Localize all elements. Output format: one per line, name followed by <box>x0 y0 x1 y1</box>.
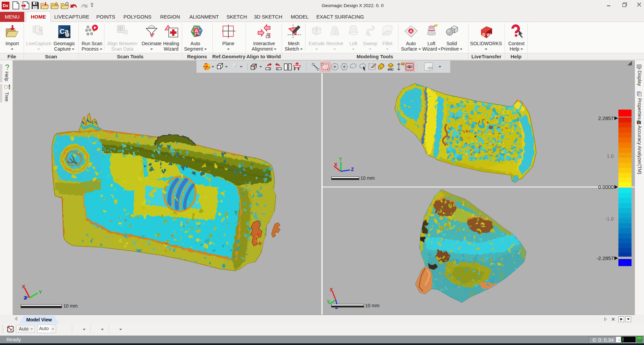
svg-text:10 mm: 10 mm <box>63 303 78 309</box>
svg-text:A: A <box>195 28 198 33</box>
svg-text:X: X <box>330 287 333 292</box>
svg-text:Z: Z <box>351 167 354 172</box>
svg-text:X: X <box>22 284 25 289</box>
svg-text:X: X <box>334 162 337 167</box>
svg-text:Dx: Dx <box>3 3 8 8</box>
svg-text:10 mm: 10 mm <box>365 303 380 308</box>
svg-text:Y: Y <box>39 289 42 295</box>
svg-text:2.2857: 2.2857 <box>598 115 614 121</box>
svg-text:1.0: 1.0 <box>607 153 614 159</box>
svg-text:10 mm: 10 mm <box>360 175 375 181</box>
svg-text:-2.2857: -2.2857 <box>597 255 614 261</box>
svg-text:S: S <box>482 32 485 37</box>
svg-text:-1.0: -1.0 <box>605 216 614 222</box>
svg-text:W: W <box>487 32 491 37</box>
svg-text:Y: Y <box>339 156 342 162</box>
svg-text:0.0000: 0.0000 <box>598 184 614 190</box>
svg-text:A: A <box>410 29 413 34</box>
